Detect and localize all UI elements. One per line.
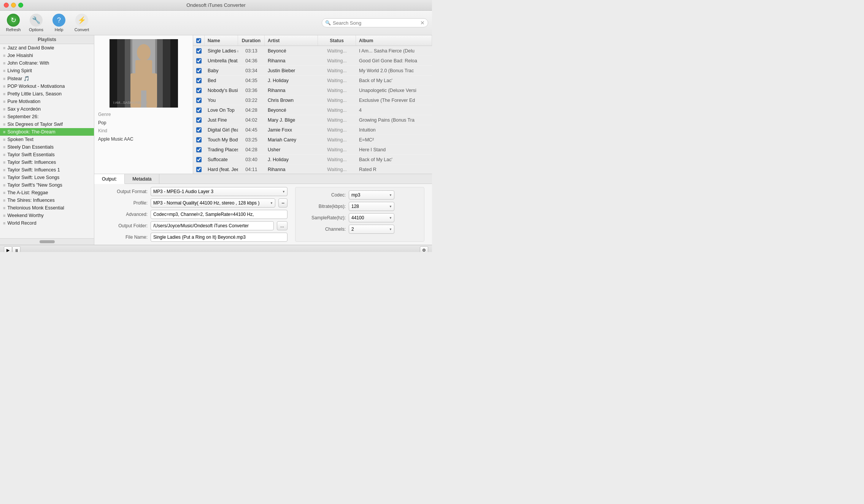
table-row[interactable]: Digital Girl (feat. The-Dream) 04:45 Jam… bbox=[193, 125, 432, 135]
row-checkbox[interactable] bbox=[196, 58, 202, 63]
sidebar-item[interactable]: ≡Pure Motivation bbox=[0, 98, 94, 105]
sidebar-item[interactable]: ≡Spoken Text bbox=[0, 136, 94, 143]
sidebar-item[interactable]: ≡POP Workout - Motivationa bbox=[0, 82, 94, 90]
sidebar-item[interactable]: ≡Pistear 🎵 bbox=[0, 74, 94, 82]
sidebar-item[interactable]: ≡Six Degrees of Taylor Swif bbox=[0, 120, 94, 128]
minimize-button[interactable] bbox=[11, 3, 16, 8]
genre-value: Pop bbox=[98, 119, 189, 127]
profile-select[interactable]: MP3 - Normal Quality( 44100 Hz, stereo ,… bbox=[151, 198, 275, 208]
sidebar-item[interactable]: ≡Taylor Swift: Influences 1 bbox=[0, 166, 94, 174]
sidebar-item-label: Sax y Acordeón bbox=[7, 106, 41, 112]
row-album: E=MC² bbox=[356, 135, 432, 144]
sidebar-item[interactable]: ≡Joe Hisaishi bbox=[0, 52, 94, 59]
list-icon: ≡ bbox=[3, 183, 5, 187]
row-checkbox[interactable] bbox=[196, 127, 202, 133]
row-artist: Mary J. Blige bbox=[265, 115, 318, 125]
sidebar-item-label: Pretty Little Liars, Season bbox=[7, 91, 61, 97]
row-checkbox-cell bbox=[193, 155, 205, 164]
sidebar-item-label: Pistear 🎵 bbox=[7, 76, 29, 81]
list-icon: ≡ bbox=[3, 198, 5, 203]
help-button[interactable]: ? Help bbox=[49, 13, 68, 33]
advanced-input[interactable] bbox=[151, 210, 287, 219]
table-row[interactable]: Trading Places 04:28 Usher Waiting... He… bbox=[193, 145, 432, 155]
sidebar-item[interactable]: ≡Taylor Swift: Influences bbox=[0, 158, 94, 166]
sidebar-item[interactable]: ≡Weekend Worthy bbox=[0, 212, 94, 219]
output-folder-input[interactable] bbox=[151, 221, 274, 230]
samplerate-label: SampleRate(hz): bbox=[300, 215, 346, 220]
select-all-checkbox[interactable] bbox=[196, 38, 201, 43]
row-duration: 04:35 bbox=[238, 76, 265, 85]
sidebar-item[interactable]: ≡The Shires: Influences bbox=[0, 197, 94, 204]
sidebar-item[interactable]: ≡Taylor Swift's "New Songs bbox=[0, 181, 94, 189]
row-checkbox[interactable] bbox=[196, 78, 202, 83]
table-row[interactable]: Umbrella (feat. JAY Z) 04:36 Rihanna Wai… bbox=[193, 56, 432, 66]
channels-select[interactable]: 2 bbox=[349, 225, 394, 234]
table-row[interactable]: Touch My Body 03:25 Mariah Carey Waiting… bbox=[193, 135, 432, 145]
table-row[interactable]: Suffocate 03:40 J. Holiday Waiting... Ba… bbox=[193, 155, 432, 165]
bitrate-select[interactable]: 128 bbox=[349, 202, 394, 211]
status-settings-button[interactable]: ⚙ bbox=[420, 246, 428, 252]
row-checkbox[interactable] bbox=[196, 117, 202, 123]
file-name-input[interactable] bbox=[151, 233, 287, 242]
table-row[interactable]: Just Fine 04:02 Mary J. Blige Waiting...… bbox=[193, 115, 432, 125]
row-checkbox-cell bbox=[193, 115, 205, 125]
row-checkbox[interactable] bbox=[196, 137, 202, 143]
sidebar-item[interactable]: ≡World Record bbox=[0, 219, 94, 227]
convert-button[interactable]: ⚡ Convert bbox=[72, 13, 91, 33]
row-checkbox[interactable] bbox=[196, 167, 202, 172]
list-icon: ≡ bbox=[3, 221, 5, 225]
row-checkbox[interactable] bbox=[196, 108, 202, 113]
row-checkbox[interactable] bbox=[196, 68, 202, 73]
sidebar-item[interactable]: ≡Taylor Swift Essentials bbox=[0, 151, 94, 158]
sidebar-item[interactable]: ≡Living Spirit bbox=[0, 67, 94, 74]
sidebar-item[interactable]: ≡September 26: bbox=[0, 113, 94, 120]
sidebar-item[interactable]: ≡Thelonious Monk Essential bbox=[0, 204, 94, 212]
samplerate-select[interactable]: 44100 bbox=[349, 213, 394, 222]
sidebar-item[interactable]: ≡Jazz and David Bowie bbox=[0, 44, 94, 52]
output-format-select[interactable]: MP3 - MPEG-1 Audio Layer 3 bbox=[151, 187, 287, 196]
row-checkbox[interactable] bbox=[196, 48, 202, 54]
sidebar-item[interactable]: ≡John Coltrane: With bbox=[0, 59, 94, 67]
maximize-button[interactable] bbox=[18, 3, 23, 8]
sidebar-item-label: POP Workout - Motivationa bbox=[7, 84, 65, 89]
status-play-button[interactable]: ▶ bbox=[4, 246, 12, 252]
table-row[interactable]: You 03:22 Chris Brown Waiting... Exclusi… bbox=[193, 95, 432, 105]
sidebar-scrollbar-thumb[interactable] bbox=[40, 240, 55, 243]
sidebar-item[interactable]: ≡Pretty Little Liars, Season bbox=[0, 90, 94, 98]
table-row[interactable]: Baby 03:34 Justin Bieber Waiting... My W… bbox=[193, 66, 432, 76]
row-checkbox-cell bbox=[193, 145, 205, 154]
list-icon: ≡ bbox=[3, 137, 5, 142]
search-clear-icon[interactable]: ✕ bbox=[420, 20, 425, 26]
sidebar-item[interactable]: ≡Taylor Swift: Love Songs bbox=[0, 174, 94, 181]
sidebar-item[interactable]: ≡Steely Dan Essentials bbox=[0, 143, 94, 151]
row-checkbox[interactable] bbox=[196, 98, 202, 103]
tab-output[interactable]: Output: bbox=[94, 174, 125, 184]
sidebar-item[interactable]: ≡Songbook: The-Dream bbox=[0, 128, 94, 136]
tab-metadata[interactable]: Metadata bbox=[125, 174, 159, 184]
close-button[interactable] bbox=[4, 3, 9, 8]
table-row[interactable]: Single Ladies (Put a Ring on It) 03:13 B… bbox=[193, 46, 432, 56]
sidebar-item[interactable]: ≡The A-List: Reggae bbox=[0, 189, 94, 197]
row-name: Hard (feat. Jeezy) bbox=[205, 165, 238, 174]
search-input[interactable] bbox=[333, 20, 418, 26]
profile-minus-button[interactable]: − bbox=[278, 198, 287, 208]
kind-label: Kind bbox=[98, 128, 107, 133]
row-name: Touch My Body bbox=[205, 135, 238, 144]
row-checkbox[interactable] bbox=[196, 147, 202, 152]
row-album: I Am... Sasha Fierce (Delu bbox=[356, 46, 432, 55]
header-status: Status bbox=[318, 35, 356, 46]
status-pause-button[interactable]: ⏸ bbox=[12, 246, 21, 252]
table-row[interactable]: Love On Top 04:28 Beyoncé Waiting... 4 bbox=[193, 105, 432, 115]
options-button[interactable]: 🔧 Options bbox=[27, 13, 46, 33]
table-row[interactable]: Nobody's Business (feat. Chris Brown) 03… bbox=[193, 86, 432, 95]
codec-select[interactable]: mp3 bbox=[349, 190, 394, 200]
row-checkbox[interactable] bbox=[196, 88, 202, 93]
table-row[interactable]: Hard (feat. Jeezy) 04:11 Rihanna Waiting… bbox=[193, 165, 432, 174]
refresh-button[interactable]: ↻ Refresh bbox=[4, 13, 23, 33]
row-checkbox[interactable] bbox=[196, 157, 202, 162]
browse-folder-button[interactable]: ... bbox=[277, 221, 287, 230]
row-artist: Chris Brown bbox=[265, 95, 318, 105]
sidebar-item[interactable]: ≡Sax y Acordeón bbox=[0, 105, 94, 113]
row-checkbox-cell bbox=[193, 56, 205, 65]
table-row[interactable]: Bed 04:35 J. Holiday Waiting... Back of … bbox=[193, 76, 432, 86]
